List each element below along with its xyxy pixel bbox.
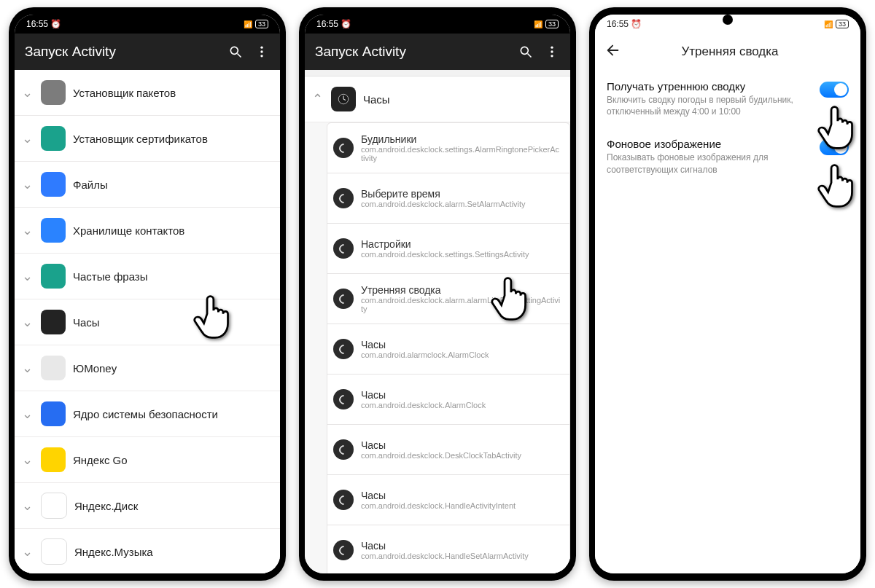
status-time: 16:55 [316, 19, 338, 29]
activity-title: Часы [361, 540, 529, 552]
activity-row[interactable]: Часыcom.android.deskclock.HandleSetAlarm… [327, 525, 570, 573]
app-row[interactable]: ⌄Яндекс.Музыка [15, 529, 280, 573]
chevron-down-icon: ⌄ [20, 544, 34, 560]
chevron-up-icon: ⌃ [311, 91, 324, 107]
activity-title: Настройки [361, 238, 529, 250]
app-icon [41, 172, 66, 197]
activity-title: Будильники [361, 133, 561, 145]
app-row[interactable]: ⌄Хранилище контактов [15, 208, 280, 254]
signal-icon: 📶 [824, 20, 833, 28]
app-label: Хранилище контактов [73, 224, 184, 237]
alarm-icon: ⏰ [50, 19, 61, 29]
app-row[interactable]: ⌄Яндекс.Диск [15, 483, 280, 529]
app-icon [41, 218, 66, 243]
phone-1: 16:55 ⏰ 📶33 Запуск Activity ⌄Установщик … [9, 7, 286, 581]
app-label: Файлы [73, 179, 108, 191]
chevron-down-icon: ⌄ [20, 222, 34, 238]
setting-row: Получать утреннюю сводкуВключить сводку … [595, 70, 860, 128]
battery-level: 33 [836, 20, 849, 28]
app-bar-title: Запуск Activity [25, 44, 217, 60]
chevron-down-icon: ⌄ [20, 314, 34, 330]
clock-icon [333, 339, 354, 359]
app-icon [41, 493, 67, 519]
activity-class: com.android.deskclock.DeskClockTabActivi… [361, 451, 521, 460]
phone-3: 16:55 ⏰ 📶33 Утренняя сводка Получать утр… [589, 7, 866, 581]
app-icon [41, 80, 66, 105]
activity-row[interactable]: Часыcom.android.deskclock.HandleActivity… [327, 475, 570, 525]
chevron-down-icon: ⌄ [20, 452, 34, 468]
settings-list: Получать утреннюю сводкуВключить сводку … [595, 70, 860, 573]
activity-row[interactable]: Будильникиcom.android.deskclock.settings… [327, 122, 570, 173]
activity-class: com.android.deskclock.HandleActivityInte… [361, 501, 516, 510]
alarm-icon: ⏰ [631, 19, 642, 29]
clock-icon [333, 188, 354, 208]
app-row[interactable]: ⌄ЮMoney [15, 345, 280, 391]
app-list[interactable]: ⌄Установщик пакетов⌄Установщик сертифика… [15, 70, 280, 573]
toggle-switch[interactable] [820, 82, 849, 98]
menu-dots-icon[interactable] [544, 44, 560, 60]
app-label: Ядро системы безопасности [73, 408, 218, 420]
app-label: Яндекс.Музыка [74, 546, 153, 558]
expanded-app-label: Часы [363, 93, 390, 106]
activity-row[interactable]: Выберите времяcom.android.deskclock.alar… [327, 173, 570, 224]
activity-class: com.android.deskclock.HandleSetAlarmActi… [361, 552, 529, 560]
app-label: Яндекс Go [73, 454, 128, 466]
chevron-down-icon: ⌄ [20, 268, 34, 284]
activity-title: Утренняя сводка [361, 284, 561, 296]
clock-app-icon [331, 87, 356, 111]
clock-icon [333, 389, 354, 409]
app-row[interactable]: ⌄Яндекс Go [15, 437, 280, 483]
activity-list[interactable]: ⌃ Часы Будильникиcom.android.deskclock.s… [305, 70, 570, 573]
app-row[interactable]: ⌄Ядро системы безопасности [15, 391, 280, 437]
chevron-down-icon: ⌄ [20, 498, 34, 514]
app-row[interactable]: ⌄Установщик сертификатов [15, 116, 280, 162]
signal-icon: 📶 [244, 20, 252, 28]
toggle-switch[interactable] [820, 139, 849, 155]
app-row[interactable]: ⌄Установщик пакетов [15, 70, 280, 116]
activity-class: com.android.deskclock.alarm.SetAlarmActi… [361, 200, 526, 208]
app-icon [41, 401, 66, 426]
activity-title: Часы [361, 439, 521, 451]
setting-row: Фоновое изображениеПоказывать фоновые из… [595, 128, 860, 185]
clock-icon [333, 238, 354, 259]
battery-level: 33 [255, 20, 268, 28]
app-label: ЮMoney [73, 362, 117, 375]
setting-desc: Показывать фоновые изображения для соотв… [607, 152, 811, 175]
activity-class: com.android.deskclock.alarm.alarmLifePos… [361, 296, 561, 313]
camera-notch [432, 15, 443, 25]
app-icon [41, 356, 66, 380]
page-title: Утренняя сводка [610, 44, 850, 59]
expanded-app-row[interactable]: ⌃ Часы [305, 77, 570, 122]
app-icon [41, 538, 67, 565]
battery-level: 33 [545, 20, 559, 28]
activity-title: Часы [361, 389, 486, 401]
signal-icon: 📶 [534, 20, 542, 28]
activity-row[interactable]: Настройкиcom.android.deskclock.settings.… [327, 224, 570, 274]
activity-row[interactable]: Часыcom.android.deskclock.DeskClockTabAc… [327, 425, 570, 475]
clock-icon [333, 540, 354, 560]
app-icon [41, 310, 66, 334]
app-label: Яндекс.Диск [74, 500, 138, 512]
activity-title: Часы [361, 339, 489, 350]
app-row[interactable]: ⌄Частые фразы [15, 254, 280, 299]
alarm-icon: ⏰ [341, 19, 351, 29]
search-icon[interactable] [518, 44, 534, 60]
clock-icon [333, 138, 354, 158]
activity-row[interactable]: Часыcom.android.deskclock.AlarmClock [327, 375, 570, 425]
menu-dots-icon[interactable] [254, 44, 270, 60]
app-label: Установщик сертификатов [73, 133, 208, 145]
app-bar-title: Запуск Activity [315, 44, 508, 60]
app-row[interactable]: ⌄Часы [15, 299, 280, 345]
app-label: Часы [73, 316, 100, 329]
app-icon [41, 447, 66, 472]
app-bar: Запуск Activity [305, 34, 570, 70]
clock-icon [333, 439, 354, 460]
camera-notch [142, 15, 152, 25]
app-label: Частые фразы [73, 270, 148, 283]
activity-row[interactable]: Утренняя сводкаcom.android.deskclock.ala… [327, 274, 570, 324]
activity-row[interactable]: Часыcom.android.alarmclock.AlarmClock [327, 324, 570, 375]
app-row[interactable]: ⌄Файлы [15, 162, 280, 208]
status-time: 16:55 [607, 19, 629, 29]
activity-class: com.android.deskclock.AlarmClock [361, 401, 486, 409]
search-icon[interactable] [228, 44, 244, 60]
